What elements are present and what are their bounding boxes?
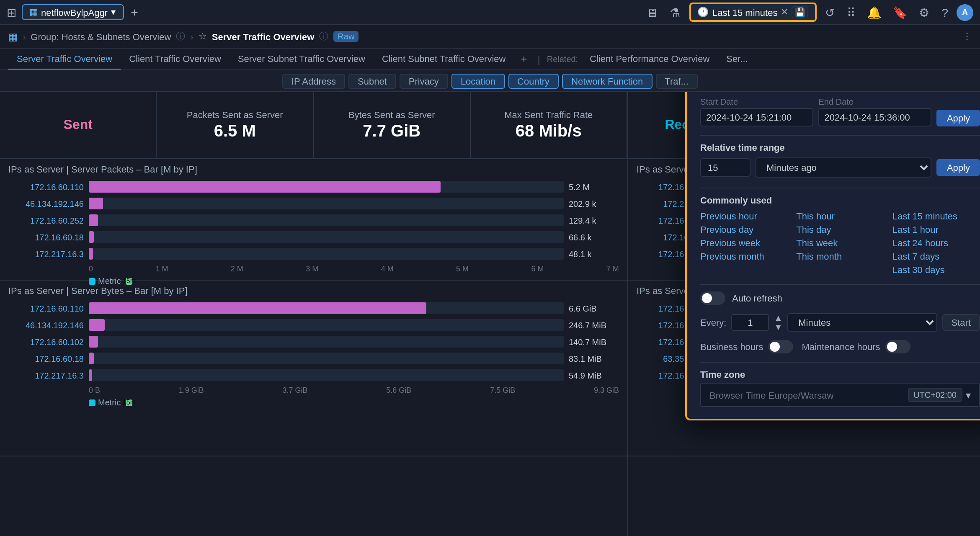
maint-hours-toggle[interactable] [885,340,910,353]
subnav-separator: | [537,53,540,65]
packets-bar-chart: 172.16.60.110 5.2 M 46.134.192.146 202.9… [8,181,619,260]
stepper-up[interactable]: ▲▼ [774,313,782,332]
subnav: Server Traffic Overview Client Traffic O… [0,49,980,70]
tab-client-perf[interactable]: Client Performance Overview [581,49,718,70]
end-date-input[interactable] [818,108,931,126]
app-tab[interactable]: ▦ netflowBylpAggr ▾ [22,4,124,20]
auto-refresh-toggle[interactable] [700,291,725,305]
cu-this-month[interactable]: This month [796,250,884,262]
cu-prev-day[interactable]: Previous day [700,224,788,235]
grid-icon[interactable]: ⊞ [7,5,17,19]
stat-bytes-value: 7.7 GiB [363,121,420,141]
maint-hours-item: Maintenance hours [802,340,910,353]
start-date-field: Start Date [700,97,813,126]
bar-row: 46.134.192.146 202.9 k [8,198,619,209]
group-breadcrumb[interactable]: Group: Hosts & Subnets Overview [31,31,171,41]
bytes-x-axis: 0 B 1.9 GiB 3.7 GiB 5.6 GiB 7.5 GiB 9.3 … [8,386,619,394]
filter-privacy[interactable]: Privacy [400,73,448,88]
cu-prev-month[interactable]: Previous month [700,250,788,262]
cu-this-week[interactable]: This week [796,237,884,249]
cu-last-30d[interactable]: Last 30 days [892,264,980,276]
page-info-icon: ⓘ [319,30,328,43]
cu-last-15m[interactable]: Last 15 minutes [892,210,980,222]
tz-title: Time zone [700,369,980,379]
cu-this-hour[interactable]: This hour [796,210,884,222]
rel-apply-btn[interactable]: Apply [937,159,980,176]
tz-chevron: ▾ [966,389,971,401]
bell-icon[interactable]: 🔔 [864,4,885,21]
filter-icon[interactable]: ⚗ [666,4,684,21]
15m-legend-dot2: 15m [126,399,132,406]
settings-icon[interactable]: ⚙ [916,4,933,21]
stat-sent: Sent [0,92,157,158]
cu-prev-week[interactable]: Previous week [700,237,788,249]
every-value-input[interactable] [731,314,769,331]
abs-apply-btn[interactable]: Apply [937,110,980,126]
bytes-legend: Metric 15m [8,398,619,407]
help-icon[interactable]: ? [938,4,952,21]
relative-title: Relative time range [700,142,980,152]
right-panel: Rece... ...Server ...B Max Received Traf… [628,92,980,536]
menu-dots[interactable]: ⋮ [962,31,972,42]
cu-empty2 [796,264,884,276]
biz-hours-label: Business hours [700,342,763,352]
cu-prev-hour[interactable]: Previous hour [700,210,788,222]
star-icon[interactable]: ☆ [199,31,207,42]
start-btn[interactable]: Start [942,314,980,331]
bar-row: 172.16.60.18 83.1 MiB [8,353,619,364]
filter-ip[interactable]: IP Address [282,73,345,88]
tz-select[interactable]: Browser Time Europe/Warsaw UTC+02:00 ▾ [700,383,980,407]
tab-ser-more[interactable]: Ser... [718,49,756,70]
divider5 [700,362,980,363]
save-icon[interactable]: 💾 [792,6,808,18]
cu-this-day[interactable]: This day [796,224,884,235]
packets-chart-section: IPs as Server | Server Packets – Bar [M … [0,159,627,281]
filter-traf[interactable]: Traf... [655,73,698,88]
start-date-input[interactable] [700,108,813,126]
time-range-button[interactable]: 🕐 Last 15 minutes ✕ 💾 [689,3,817,22]
close-icon[interactable]: ✕ [781,7,788,18]
bar-row: 172.16.60.102 140.7 MiB [8,336,619,348]
monitor-icon[interactable]: 🖥 [643,4,661,21]
metric-legend-dot2 [89,399,95,406]
bytes-chart-section: IPs as Server | Server Bytes – Bar [M by… [0,281,627,456]
relative-unit-select[interactable]: Minutes ago Hours ago Days ago [756,157,932,178]
cu-last-1h[interactable]: Last 1 hour [892,224,980,235]
apps-icon[interactable]: ⠿ [843,4,859,21]
filter-network-function[interactable]: Network Function [562,73,652,88]
relative-value-input[interactable] [700,158,750,177]
cu-empty1 [700,264,788,276]
auto-refresh-row: Auto refresh [700,291,980,305]
every-unit-select[interactable]: Minutes Seconds Hours [787,313,937,332]
stat-bytes: Bytes Sent as Server 7.7 GiB [314,92,471,158]
add-tab-icon[interactable]: ＋ [129,5,140,20]
tz-offset: UTC+02:00 [908,388,962,402]
tab-client-traffic[interactable]: Client Traffic Overview [121,49,230,70]
avatar[interactable]: A [957,4,973,21]
dashboard-icon-small: ▦ [8,31,18,42]
breadcrumb: ▦ › Group: Hosts & Subnets Overview ⓘ › … [0,25,980,49]
add-panel-icon[interactable]: ＋ [514,52,534,66]
time-label: Last 15 minutes [712,7,777,17]
bookmark-icon[interactable]: 🔖 [890,4,910,21]
tab-client-subnet[interactable]: Client Subnet Traffic Overview [374,49,514,70]
raw-badge: Raw [333,31,358,42]
tz-right: UTC+02:00 ▾ [908,388,971,402]
refresh-icon[interactable]: ↺ [822,4,838,21]
filter-country[interactable]: Country [508,73,559,88]
biz-hours-toggle[interactable] [768,340,793,353]
timezone-row: Time zone Browser Time Europe/Warsaw UTC… [700,369,980,407]
divider3 [700,188,980,188]
stat-rate: Max Sent Traffic Rate 68 Mib/s [471,92,628,158]
cu-title: Commonly used [700,195,980,205]
filter-subnet[interactable]: Subnet [348,73,396,88]
relative-row: Minutes ago Hours ago Days ago Apply [700,157,980,178]
tab-server-traffic[interactable]: Server Traffic Overview [8,49,121,70]
tab-server-subnet[interactable]: Server Subnet Traffic Overview [230,49,374,70]
auto-refresh-label: Auto refresh [732,293,782,303]
cu-last-7d[interactable]: Last 7 days [892,250,980,262]
cu-last-24h[interactable]: Last 24 hours [892,237,980,249]
filter-location[interactable]: Location [451,73,505,88]
left-panel: Sent Packets Sent as Server 6.5 M Bytes … [0,92,628,536]
divider4 [700,284,980,285]
